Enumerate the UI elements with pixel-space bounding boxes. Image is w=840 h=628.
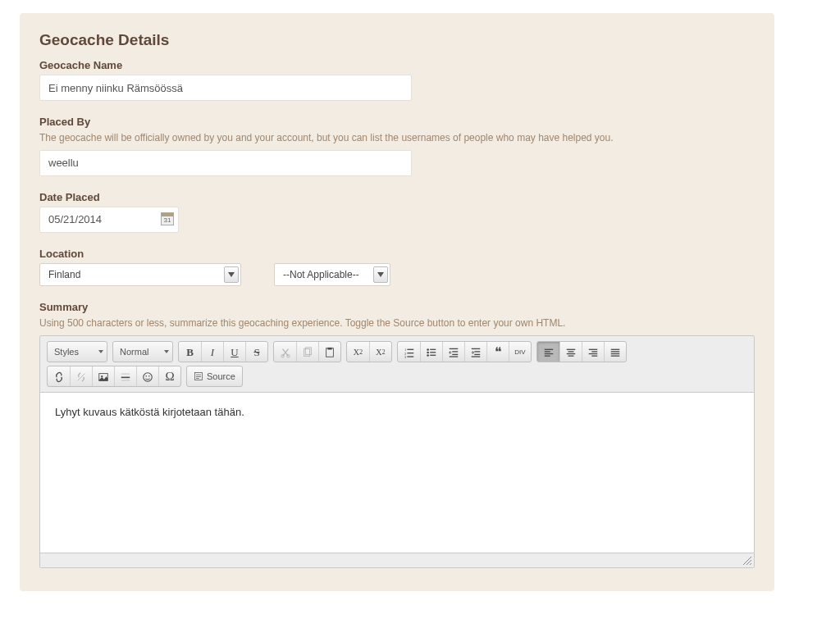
help-summary: Using 500 characters or less, summarize … <box>39 316 755 330</box>
svg-point-49 <box>145 375 147 376</box>
paste-button[interactable] <box>318 342 340 362</box>
region-select[interactable]: --Not Applicable-- <box>274 263 390 286</box>
svg-rect-36 <box>589 353 598 353</box>
field-geocache-name: Geocache Name <box>39 59 755 101</box>
field-date-placed: Date Placed 31 <box>39 191 755 233</box>
svg-rect-34 <box>589 348 598 349</box>
hr-button[interactable] <box>114 366 136 387</box>
format-dropdown[interactable]: Normal <box>112 341 173 362</box>
svg-rect-29 <box>544 355 550 356</box>
svg-point-48 <box>144 372 153 381</box>
svg-point-16 <box>427 354 429 357</box>
geocache-name-input[interactable] <box>39 75 412 101</box>
svg-rect-47 <box>121 380 130 380</box>
italic-button[interactable]: I <box>201 342 223 362</box>
align-justify-button[interactable] <box>604 342 626 362</box>
svg-rect-28 <box>544 353 553 353</box>
summary-editor-content[interactable]: Lyhyt kuvaus kätköstä kirjotetaan tähän. <box>40 393 754 553</box>
svg-rect-54 <box>196 378 199 379</box>
source-button[interactable]: Source <box>186 366 243 387</box>
svg-rect-32 <box>567 353 576 353</box>
align-left-button[interactable] <box>537 342 559 362</box>
outdent-button[interactable] <box>442 342 464 362</box>
svg-rect-39 <box>611 351 620 352</box>
superscript-button[interactable]: X2 <box>369 342 391 362</box>
link-button[interactable] <box>48 366 70 387</box>
svg-rect-15 <box>430 352 436 353</box>
svg-point-50 <box>148 375 150 376</box>
svg-rect-26 <box>544 348 553 349</box>
page-title: Geocache Details <box>39 31 755 49</box>
svg-rect-38 <box>611 348 620 349</box>
bullet-list-button[interactable] <box>420 342 442 362</box>
field-location: Location Finland --Not Applicable-- <box>39 248 755 286</box>
div-button[interactable]: DIV <box>509 342 531 362</box>
svg-rect-33 <box>568 355 574 356</box>
label-summary: Summary <box>39 301 755 313</box>
svg-rect-24 <box>474 353 480 354</box>
subscript-button[interactable]: X2 <box>347 342 369 362</box>
svg-rect-17 <box>430 354 436 355</box>
insert-group: Ω <box>47 366 181 387</box>
svg-rect-37 <box>591 355 597 356</box>
country-select-value: Finland <box>40 269 105 280</box>
resize-grip-icon[interactable] <box>742 556 752 566</box>
calendar-icon[interactable]: 31 <box>161 212 174 225</box>
smiley-button[interactable] <box>136 366 158 387</box>
svg-point-44 <box>101 375 103 377</box>
align-right-button[interactable] <box>582 342 604 362</box>
underline-button[interactable]: U <box>223 342 245 362</box>
image-button[interactable] <box>92 366 114 387</box>
svg-rect-25 <box>472 356 481 357</box>
summary-text: Lyhyt kuvaus kätköstä kirjotetaan tähän. <box>55 406 739 418</box>
svg-rect-41 <box>611 355 620 356</box>
text-style-group: B I U S <box>178 341 268 362</box>
svg-rect-27 <box>544 351 550 352</box>
special-char-button[interactable]: Ω <box>158 366 180 387</box>
field-summary: Summary Using 500 characters or less, su… <box>39 301 755 330</box>
blockquote-button[interactable]: ❝ <box>486 342 509 362</box>
svg-rect-46 <box>121 376 130 378</box>
copy-button[interactable] <box>296 342 318 362</box>
chevron-down-icon <box>373 266 388 283</box>
svg-rect-30 <box>567 348 576 349</box>
numbered-list-button[interactable]: 123 <box>398 342 420 362</box>
geocache-details-panel: Geocache Details Geocache Name Placed By… <box>20 13 774 591</box>
label-placed-by: Placed By <box>39 116 755 128</box>
svg-rect-45 <box>121 373 130 374</box>
svg-rect-52 <box>196 374 201 375</box>
cut-button[interactable] <box>274 342 296 362</box>
label-geocache-name: Geocache Name <box>39 59 755 71</box>
placed-by-input[interactable] <box>39 150 412 176</box>
script-group: X2 X2 <box>346 341 392 362</box>
svg-point-14 <box>427 351 429 353</box>
region-select-value: --Not Applicable-- <box>275 269 384 280</box>
svg-rect-20 <box>452 353 458 354</box>
editor-footer <box>40 553 754 567</box>
country-select[interactable]: Finland <box>39 263 241 286</box>
svg-rect-23 <box>474 351 480 352</box>
svg-rect-22 <box>472 348 481 348</box>
strike-button[interactable]: S <box>245 342 267 362</box>
unlink-button[interactable] <box>70 366 92 387</box>
svg-rect-31 <box>568 351 574 352</box>
svg-rect-11 <box>407 356 413 357</box>
svg-rect-13 <box>430 348 436 349</box>
indent-button[interactable] <box>464 342 486 362</box>
list-indent-group: 123 ❝ DIV <box>397 341 532 362</box>
svg-rect-53 <box>196 376 201 377</box>
bold-button[interactable]: B <box>179 342 201 362</box>
svg-rect-5 <box>327 347 331 349</box>
svg-rect-21 <box>450 356 459 357</box>
svg-rect-18 <box>450 348 459 348</box>
date-placed-input[interactable] <box>39 207 179 233</box>
chevron-down-icon <box>224 266 239 283</box>
field-placed-by: Placed By The geocache will be officiall… <box>39 116 755 176</box>
styles-dropdown[interactable]: Styles <box>47 341 107 362</box>
svg-rect-9 <box>407 353 413 353</box>
svg-rect-19 <box>452 351 458 352</box>
svg-point-12 <box>427 348 429 351</box>
label-location: Location <box>39 248 755 260</box>
clipboard-group <box>273 341 341 362</box>
align-center-button[interactable] <box>559 342 582 362</box>
